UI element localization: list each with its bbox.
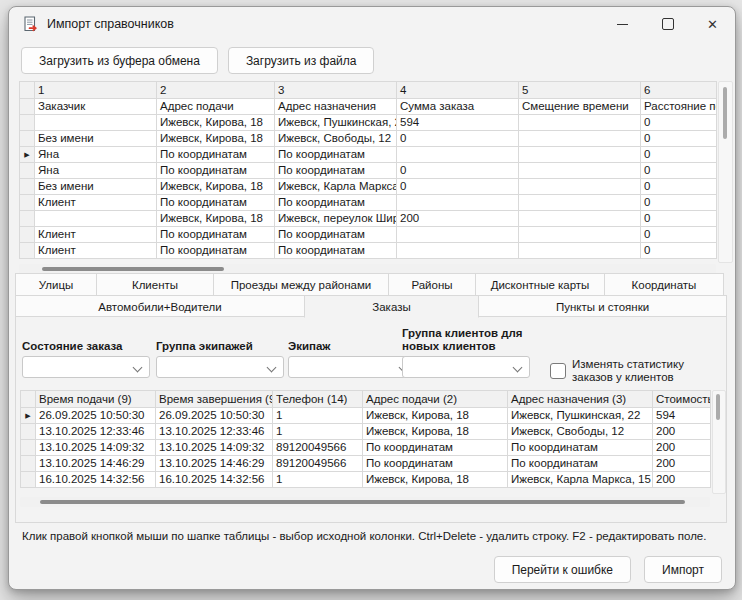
cell[interactable] <box>519 131 641 147</box>
cell[interactable]: Яна <box>35 147 157 163</box>
cell[interactable]: 13.10.2025 14:09:32 <box>156 440 273 456</box>
cell[interactable]: Клиент <box>35 227 157 243</box>
tab-coordinates[interactable]: Координаты <box>604 273 724 296</box>
cell[interactable]: Адрес подачи <box>157 99 275 115</box>
cell[interactable]: Заказчик <box>35 99 157 115</box>
cell[interactable]: Ижевск, Кирова, 18 <box>157 211 275 227</box>
cell[interactable] <box>519 115 641 131</box>
cell[interactable]: По координатам <box>508 456 653 472</box>
cell[interactable] <box>397 195 519 211</box>
tab-district-routes[interactable]: Проезды между районами <box>213 273 389 296</box>
current-row-marker[interactable]: ▶ <box>21 408 36 424</box>
cell[interactable]: 200 <box>653 472 711 488</box>
cell[interactable]: 13.10.2025 14:09:32 <box>36 440 156 456</box>
cell[interactable]: 0 <box>397 131 519 147</box>
cell[interactable] <box>519 227 641 243</box>
table-row[interactable]: Без имениИжевск, Кирова, 18Ижевск, Карла… <box>20 179 717 195</box>
cell[interactable] <box>397 147 519 163</box>
cell[interactable]: Ижевск, Пушкинская, 2 <box>275 115 397 131</box>
cell[interactable]: 89120049566 <box>273 456 363 472</box>
column-header[interactable]: Адрес подачи (2) <box>363 391 508 408</box>
cell[interactable]: 594 <box>397 115 519 131</box>
titlebar[interactable]: Импорт справочников ✕ <box>9 7 735 41</box>
cell[interactable] <box>397 243 519 259</box>
row-header[interactable] <box>20 131 35 147</box>
cell[interactable]: Сумма заказа <box>397 99 519 115</box>
table-row[interactable]: 16.10.2025 14:32:5616.10.2025 14:32:561И… <box>21 472 711 488</box>
cell[interactable]: 0 <box>641 115 717 131</box>
cell[interactable]: Ижевск, Карла Маркса, 15 <box>508 472 653 488</box>
cell[interactable]: По координатам <box>157 195 275 211</box>
cell[interactable]: 0 <box>641 211 717 227</box>
table-row[interactable]: КлиентПо координатамПо координатам0 <box>20 195 717 211</box>
load-from-file-button[interactable]: Загрузить из файла <box>228 47 375 74</box>
table-row[interactable]: КлиентПо координатамПо координатам0 <box>20 243 717 259</box>
cell[interactable]: По координатам <box>157 243 275 259</box>
row-header[interactable] <box>21 440 36 456</box>
cell[interactable]: Ижевск, Кирова, 18 <box>157 179 275 195</box>
row-header[interactable] <box>20 195 35 211</box>
row-header[interactable] <box>21 456 36 472</box>
table-row[interactable]: ▶ЯнаПо координатамПо координатам0 <box>20 147 717 163</box>
row-header[interactable] <box>20 179 35 195</box>
cell[interactable]: 0 <box>397 179 519 195</box>
cell[interactable]: Ижевск, Кирова, 18 <box>363 472 508 488</box>
table-row[interactable]: Ижевск, Кирова, 18Ижевск, переулок Широ2… <box>20 211 717 227</box>
cell[interactable]: 0 <box>641 243 717 259</box>
cell[interactable]: По координатам <box>157 147 275 163</box>
cell[interactable]: 13.10.2025 12:33:46 <box>36 424 156 440</box>
cell[interactable]: Ижевск, Кирова, 18 <box>363 408 508 424</box>
minimize-button[interactable] <box>600 7 645 41</box>
cell[interactable]: 26.09.2025 10:50:30 <box>156 408 273 424</box>
cell[interactable] <box>35 211 157 227</box>
cell[interactable]: 16.10.2025 14:32:56 <box>36 472 156 488</box>
cell[interactable]: 0 <box>641 163 717 179</box>
load-from-clipboard-button[interactable]: Загрузить из буфера обмена <box>21 47 218 74</box>
tab-orders[interactable]: Заказы <box>304 295 479 318</box>
new-client-group-combobox[interactable] <box>402 356 530 378</box>
order-state-combobox[interactable] <box>22 356 150 378</box>
cell[interactable]: 1 <box>273 424 363 440</box>
row-header[interactable] <box>20 163 35 179</box>
cell[interactable]: По координатам <box>363 440 508 456</box>
goto-error-button[interactable]: Перейти к ошибке <box>494 556 631 583</box>
cell[interactable]: 200 <box>397 211 519 227</box>
table-row[interactable]: ▶26.09.2025 10:50:3026.09.2025 10:50:301… <box>21 408 711 424</box>
column-header[interactable]: 5 <box>519 82 641 99</box>
table-row[interactable]: 13.10.2025 14:09:3213.10.2025 14:09:3289… <box>21 440 711 456</box>
cell[interactable]: 1 <box>273 472 363 488</box>
table-row[interactable]: 13.10.2025 14:46:2913.10.2025 14:46:2989… <box>21 456 711 472</box>
row-header[interactable] <box>20 243 35 259</box>
tab-cars-drivers[interactable]: Автомобили+Водители <box>15 295 305 318</box>
column-header[interactable]: Адрес назначения (3) <box>508 391 653 408</box>
cell[interactable]: Ижевск, Свободы, 12 <box>275 131 397 147</box>
cell[interactable]: 16.10.2025 14:32:56 <box>156 472 273 488</box>
column-header[interactable]: 6 <box>641 82 717 99</box>
scrollbar-thumb[interactable] <box>723 87 727 139</box>
column-header[interactable]: 4 <box>397 82 519 99</box>
maximize-button[interactable] <box>645 7 690 41</box>
cell[interactable]: 200 <box>653 456 711 472</box>
row-header[interactable] <box>20 211 35 227</box>
row-header[interactable] <box>20 115 35 131</box>
close-button[interactable]: ✕ <box>690 7 735 41</box>
cell[interactable]: 1 <box>273 408 363 424</box>
cell[interactable]: По координатам <box>508 440 653 456</box>
cell[interactable]: Ижевск, Кирова, 18 <box>157 131 275 147</box>
column-header[interactable]: Стоимость <box>653 391 711 408</box>
cell[interactable]: Клиент <box>35 243 157 259</box>
cell[interactable]: По координатам <box>157 163 275 179</box>
cell[interactable]: Без имени <box>35 179 157 195</box>
table-row[interactable]: КлиентПо координатамПо координатам0 <box>20 227 717 243</box>
table-row[interactable]: ЯнаПо координатамПо координатам00 <box>20 163 717 179</box>
cell[interactable]: 89120049566 <box>273 440 363 456</box>
cell[interactable]: 594 <box>653 408 711 424</box>
cell[interactable]: По координатам <box>275 147 397 163</box>
cell[interactable] <box>397 227 519 243</box>
cell[interactable]: Клиент <box>35 195 157 211</box>
cell[interactable] <box>519 147 641 163</box>
cell[interactable]: По координатам <box>275 227 397 243</box>
table-row[interactable]: ЗаказчикАдрес подачиАдрес назначенияСумм… <box>20 99 717 115</box>
row-header[interactable] <box>20 99 35 115</box>
row-header[interactable] <box>21 472 36 488</box>
